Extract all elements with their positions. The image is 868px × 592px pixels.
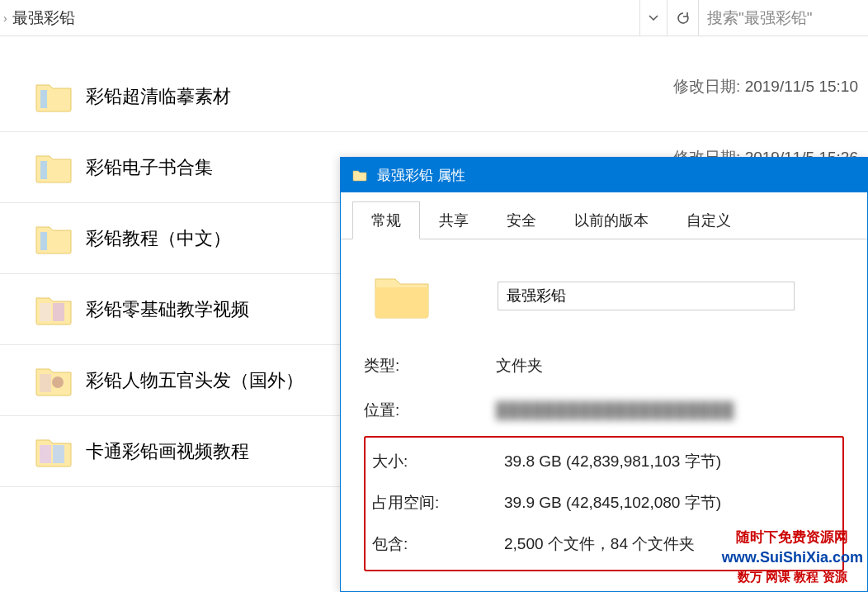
- tab-general[interactable]: 常规: [352, 201, 420, 239]
- address-bar: › 最强彩铅 搜索"最强彩铅": [0, 0, 868, 36]
- watermark-line2: www.SuiShiXia.com: [722, 547, 863, 568]
- svg-rect-0: [40, 90, 47, 108]
- sizeondisk-label: 占用空间:: [372, 492, 504, 514]
- sizeondisk-value: 39.9 GB (42,845,102,080 字节): [504, 492, 836, 514]
- folder-icon: [35, 222, 73, 255]
- folder-icon: [35, 80, 73, 113]
- search-input[interactable]: 搜索"最强彩铅": [698, 0, 868, 36]
- svg-point-6: [52, 377, 64, 388]
- svg-rect-4: [53, 303, 64, 321]
- sizeondisk-row: 占用空间: 39.9 GB (42,845,102,080 字节): [372, 482, 836, 523]
- properties-dialog: 最强彩铅 属性 常规 共享 安全 以前的版本 自定义 类型: 文件夹 位置: █…: [340, 157, 868, 592]
- svg-rect-1: [40, 161, 47, 179]
- location-label: 位置:: [364, 400, 496, 421]
- size-value: 39.8 GB (42,839,981,103 字节): [504, 451, 836, 472]
- dialog-titlebar[interactable]: 最强彩铅 属性: [341, 158, 867, 192]
- type-value: 文件夹: [496, 355, 844, 377]
- folder-icon-large: [372, 271, 432, 320]
- size-label: 大小:: [372, 451, 504, 472]
- breadcrumb-current: 最强彩铅: [12, 7, 75, 29]
- folder-icon: [35, 151, 73, 184]
- svg-rect-3: [40, 303, 51, 321]
- tab-sharing[interactable]: 共享: [420, 201, 488, 239]
- location-row: 位置: ████████████████████: [364, 388, 844, 433]
- folder-name-input[interactable]: [498, 282, 795, 310]
- history-dropdown[interactable]: [640, 0, 667, 36]
- tab-security[interactable]: 安全: [488, 201, 555, 239]
- folder-icon: [35, 435, 73, 468]
- name-row: [364, 256, 844, 343]
- watermark: 随时下免费资源网 www.SuiShiXia.com 数万 网课 教程 资源: [722, 528, 863, 585]
- contains-label: 包含:: [372, 533, 504, 555]
- tab-customize[interactable]: 自定义: [668, 201, 750, 239]
- svg-rect-8: [53, 445, 64, 463]
- type-label: 类型:: [364, 355, 496, 377]
- refresh-button[interactable]: [667, 0, 698, 36]
- folder-icon: [35, 364, 73, 397]
- folder-icon: [352, 168, 367, 182]
- dialog-title: 最强彩铅 属性: [377, 166, 465, 185]
- chevron-right-icon: ›: [3, 12, 7, 25]
- search-placeholder: 搜索"最强彩铅": [707, 7, 813, 29]
- tab-previous-versions[interactable]: 以前的版本: [555, 201, 668, 239]
- folder-date: 修改日期: 2019/11/5 15:10: [673, 76, 858, 97]
- location-value: ████████████████████: [496, 401, 844, 419]
- dialog-tabs: 常规 共享 安全 以前的版本 自定义: [341, 192, 867, 239]
- svg-rect-2: [40, 232, 47, 250]
- folder-item[interactable]: 彩铅超清临摹素材 修改日期: 2019/11/5 15:10: [0, 61, 868, 132]
- breadcrumb[interactable]: › 最强彩铅: [0, 0, 639, 36]
- watermark-line1: 随时下免费资源网: [722, 528, 863, 547]
- size-row: 大小: 39.8 GB (42,839,981,103 字节): [372, 441, 836, 482]
- svg-rect-7: [40, 445, 51, 463]
- svg-rect-5: [40, 374, 51, 392]
- watermark-line3: 数万 网课 教程 资源: [722, 568, 863, 585]
- type-row: 类型: 文件夹: [364, 343, 844, 388]
- address-controls: [639, 0, 698, 36]
- folder-icon: [35, 293, 73, 326]
